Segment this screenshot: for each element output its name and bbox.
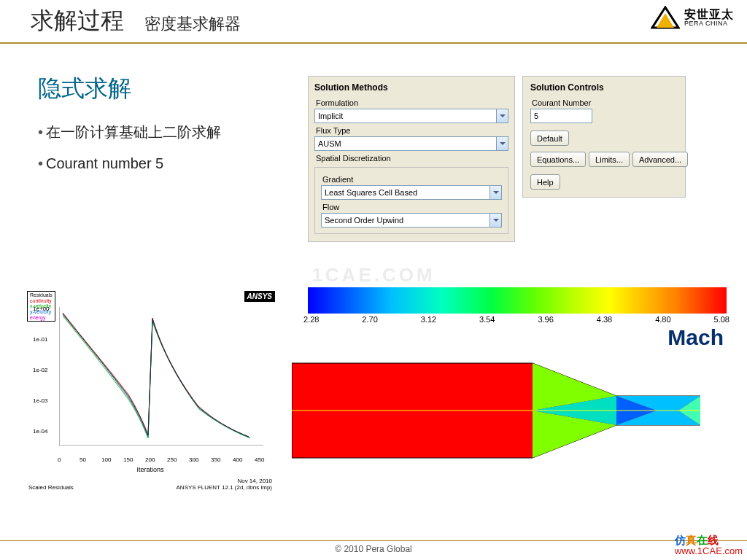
site-badge: 仿真在线 www.1CAE.com [675,534,743,557]
solution-controls-title: Solution Controls [530,82,678,93]
advanced-button[interactable]: Advanced... [632,152,688,167]
default-button[interactable]: Default [530,131,569,146]
solution-methods-title: Solution Methods [314,82,508,93]
watermark: 1CAE.COM [0,264,747,287]
pera-logo: 安世亚太 PERA CHINA [651,6,734,29]
gradient-label: Gradient [322,175,502,184]
formulation-label: Formulation [316,98,508,107]
mach-title: Mach [292,325,729,350]
equations-button[interactable]: Equations... [530,152,586,167]
section-title: 隐式求解 [38,73,279,105]
formulation-select[interactable]: Implicit [314,109,508,123]
slide-footer: © 2010 Pera Global [0,540,747,554]
solution-methods-panel: Solution Methods Formulation Implicit Fl… [308,76,515,242]
bullet-2: Courant number 5 [38,155,279,172]
spatial-discretization-label: Spatial Discretization [316,154,508,163]
page-subtitle: 密度基求解器 [144,13,241,35]
logo-text-en: PERA CHINA [684,20,734,27]
bullet-1: 在一阶计算基础上二阶求解 [38,122,279,142]
solution-controls-panel: Solution Controls Courant Number 5 Defau… [522,76,686,198]
residuals-xlabel: Iterations [23,466,278,473]
copyright: © 2010 Pera Global [335,544,412,554]
residuals-plot-area [59,307,263,446]
mach-colorbar [308,287,727,314]
mach-contour-plot [292,356,700,465]
flow-select[interactable]: Second Order Upwind [321,213,502,228]
ansys-badge: ANSYS [244,291,275,302]
flow-label: Flow [322,203,502,211]
page-title: 求解过程 [31,5,124,37]
limits-button[interactable]: Limits... [589,152,630,167]
flux-type-select[interactable]: AUSM [314,136,508,151]
chevron-down-icon [496,109,508,122]
pera-triangle-icon [651,6,680,29]
flux-type-label: Flux Type [316,126,508,135]
logo-text-cn: 安世亚太 [684,9,734,20]
residuals-footer-left: Scaled Residuals [28,484,74,491]
help-button[interactable]: Help [530,174,560,190]
chevron-down-icon [496,137,508,150]
mach-colorbar-ticks: 2.282.70 3.123.54 3.964.38 4.805.08 [303,315,729,324]
residuals-chart: Residuals continuity x-velocity y-veloci… [22,287,279,496]
gradient-select[interactable]: Least Squares Cell Based [321,185,502,200]
courant-number-label: Courant Number [532,98,678,107]
chevron-down-icon [489,214,501,227]
mach-contour-panel: 2.282.70 3.123.54 3.964.38 4.805.08 Mach [292,287,729,496]
chevron-down-icon [489,186,501,199]
residuals-footer-right: Nov 14, 2010 ANSYS FLUENT 12.1 (2d, dbns… [177,478,272,491]
courant-number-input[interactable]: 5 [530,109,592,123]
slide-header: 求解过程 密度基求解器 安世亚太 PERA CHINA [0,0,747,44]
spatial-discretization-group: Gradient Least Squares Cell Based Flow S… [314,167,508,234]
site-url: www.1CAE.com [675,546,743,557]
